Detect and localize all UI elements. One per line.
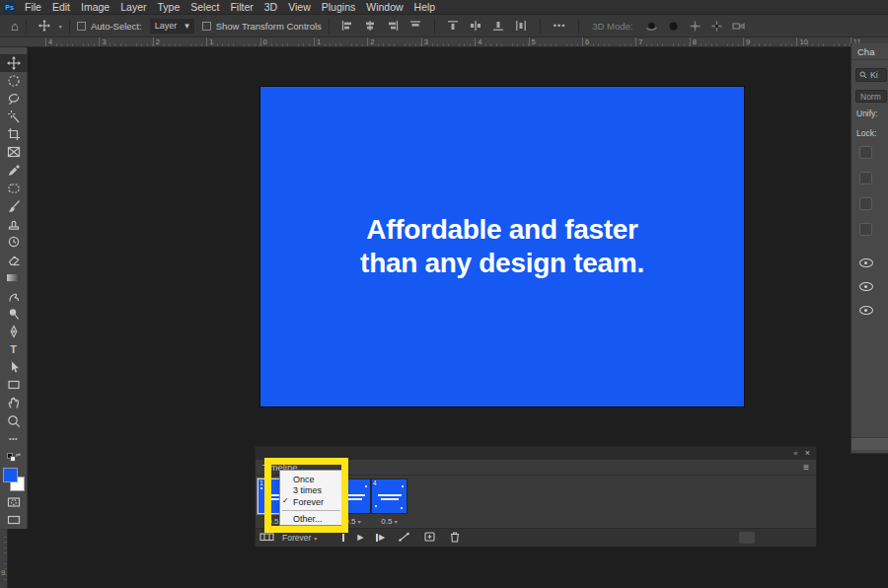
align-horizontal-centers-icon[interactable]: [364, 20, 376, 32]
menu-item[interactable]: Window: [366, 1, 403, 13]
menu-item[interactable]: Type: [157, 1, 180, 13]
show-transform-checkbox[interactable]: [202, 22, 211, 31]
chevron-down-icon[interactable]: ▾: [59, 23, 62, 30]
layer-search-input[interactable]: Ki: [855, 68, 887, 82]
options-bar: ⌂ ▾ Auto-Select: Layer ▾ Show Transform …: [0, 15, 888, 37]
path-selection-tool-button[interactable]: [0, 358, 28, 376]
new-frame-icon[interactable]: [423, 529, 436, 547]
lasso-tool-button[interactable]: [0, 90, 28, 108]
lock-checkbox[interactable]: [859, 223, 872, 236]
pen-tool-button[interactable]: [0, 323, 28, 340]
channels-tab[interactable]: Cha: [851, 43, 888, 60]
play-icon[interactable]: ▶: [357, 534, 363, 542]
blend-mode-dropdown[interactable]: Norm: [855, 90, 887, 103]
canvas-headline: Affordable and faster than any design te…: [360, 213, 644, 280]
move-tool-button[interactable]: [0, 54, 28, 72]
type-tool-button[interactable]: T: [0, 340, 28, 358]
highlight-annotation-rectangle: [264, 458, 348, 533]
auto-select-target-dropdown[interactable]: Layer ▾: [150, 19, 194, 34]
timeline-scrollbar[interactable]: [739, 532, 755, 544]
layer-visibility-eye-icon[interactable]: [859, 258, 873, 267]
foreground-color-swatch[interactable]: [3, 468, 18, 482]
color-swatches: [2, 468, 26, 493]
align-top-edges-icon[interactable]: [409, 20, 421, 32]
playback-buttons: ▶ ▶: [342, 529, 461, 547]
rectangle-tool-button[interactable]: [0, 376, 28, 394]
next-frame-icon[interactable]: ▶: [376, 534, 385, 542]
marquee-tool-button[interactable]: [0, 72, 28, 90]
healing-brush-tool-button[interactable]: [0, 180, 28, 197]
distribute-bottom-edges-icon[interactable]: [492, 20, 504, 32]
lock-checkbox[interactable]: [859, 172, 872, 184]
panel-grip[interactable]: ∙∙: [11, 47, 16, 54]
ruler-cell: 0: [260, 37, 314, 46]
distribute-top-edges-icon[interactable]: [447, 20, 459, 32]
default-colors-icon[interactable]: ⇄: [7, 451, 20, 462]
ruler-cell: 7: [635, 37, 689, 46]
menu-item[interactable]: File: [25, 1, 41, 13]
brush-tool-button[interactable]: [0, 197, 28, 215]
gradient-tool-button[interactable]: [0, 268, 28, 286]
3d-slide-icon[interactable]: [710, 20, 723, 33]
history-brush-tool-button[interactable]: [0, 233, 28, 251]
lock-checkbox[interactable]: [859, 146, 872, 159]
swatch-reset-control[interactable]: ⇄: [0, 448, 28, 466]
dodge-tool-button[interactable]: [0, 305, 28, 323]
screen-mode-button[interactable]: [0, 511, 28, 529]
first-frame-icon[interactable]: [342, 534, 344, 542]
menu-item[interactable]: Edit: [52, 1, 70, 13]
quick-mask-button[interactable]: [0, 493, 28, 511]
collapse-panel-icon[interactable]: «: [793, 450, 797, 458]
menu-item[interactable]: Image: [81, 1, 110, 13]
edit-toolbar-button[interactable]: •••: [0, 430, 28, 448]
menu-item[interactable]: View: [288, 1, 311, 13]
layer-visibility-eye-icon[interactable]: [859, 306, 873, 315]
more-options-button[interactable]: •••: [554, 21, 565, 31]
3d-pan-icon[interactable]: [689, 20, 702, 33]
3d-orbit-icon[interactable]: [645, 20, 658, 33]
menu-item[interactable]: Select: [190, 1, 219, 13]
auto-select-checkbox[interactable]: [77, 22, 86, 31]
3d-roll-icon[interactable]: [667, 20, 680, 33]
frame-tool-button[interactable]: [0, 143, 28, 161]
align-left-edges-icon[interactable]: [341, 20, 353, 32]
close-panel-icon[interactable]: ×: [805, 449, 810, 458]
animation-frame-4[interactable]: 4 0.5 ▾: [371, 478, 407, 526]
menu-item[interactable]: Help: [414, 1, 436, 13]
document-canvas[interactable]: Affordable and faster than any design te…: [259, 86, 745, 407]
layer-visibility-eye-icon[interactable]: [859, 282, 873, 291]
magic-wand-tool-button[interactable]: [0, 108, 28, 125]
tween-icon[interactable]: [398, 529, 410, 547]
clone-stamp-tool-button[interactable]: [0, 215, 28, 233]
menu-item[interactable]: 3D: [264, 1, 277, 13]
panel-menu-icon[interactable]: ≡: [803, 463, 816, 473]
lock-checkbox[interactable]: [859, 197, 872, 210]
ruler-cell: 3: [99, 37, 152, 46]
photoshop-logo-icon[interactable]: Ps: [3, 2, 16, 13]
eraser-tool-button[interactable]: [0, 251, 28, 268]
menu-items: FileEditImageLayerTypeSelectFilter3DView…: [25, 1, 435, 13]
crop-tool-button[interactable]: [0, 125, 28, 143]
align-right-edges-icon[interactable]: [387, 20, 399, 32]
menu-item[interactable]: Plugins: [322, 1, 355, 13]
separator: [540, 19, 541, 34]
hand-tool-button[interactable]: [0, 394, 28, 411]
distribute-horizontally-icon[interactable]: [515, 20, 527, 32]
delete-frame-icon[interactable]: [449, 529, 461, 547]
3d-camera-icon[interactable]: [732, 20, 745, 33]
swap-colors-icon[interactable]: ⇄: [16, 451, 21, 458]
separator: [434, 19, 435, 34]
smudge-tool-button[interactable]: [0, 287, 28, 305]
eyedropper-tool-button[interactable]: [0, 162, 28, 180]
move-tool-icon[interactable]: [38, 20, 50, 32]
menu-item[interactable]: Layer: [120, 1, 146, 13]
menu-item[interactable]: Filter: [230, 1, 253, 13]
zoom-tool-button[interactable]: [0, 412, 28, 430]
distribute-horizontal-centers-icon[interactable]: [470, 20, 481, 32]
home-icon[interactable]: ⌂: [11, 19, 19, 34]
lock-label: Lock:: [856, 128, 876, 138]
auto-select-label: Auto-Select:: [91, 21, 142, 32]
separator: [26, 19, 27, 34]
ruler-cell: 10: [796, 37, 850, 46]
loop-count-dropdown[interactable]: Forever▾: [282, 533, 317, 543]
